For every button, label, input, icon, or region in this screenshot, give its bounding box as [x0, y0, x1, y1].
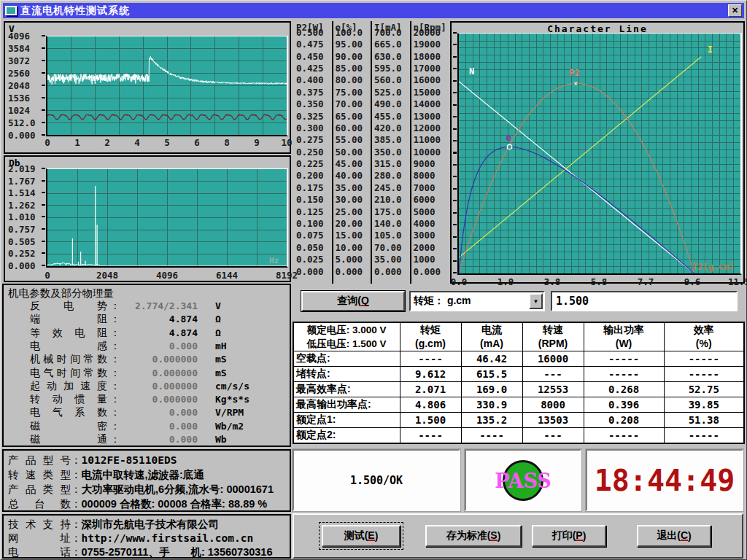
support-panel: 技术支持：深圳市先航电子技术有限公司网址：http://www.firstsai…: [2, 514, 291, 559]
y-tick-label: 4096: [8, 31, 44, 42]
column-header: 转速(RPM): [522, 322, 584, 351]
scale-column-e: e[%]100.095.0090.0085.0080.0075.0070.006…: [333, 21, 373, 284]
voltage-scope-panel: V 4096358430722560204815361024512.00.000…: [4, 21, 291, 154]
app-icon: [5, 6, 17, 15]
svg-text:e: e: [506, 133, 511, 143]
info-row: 网址：http://www.firstsail.com.cn: [8, 532, 288, 546]
param-row: 磁密：0.000Wb/m2: [4, 420, 290, 433]
chevron-down-icon[interactable]: ▼: [529, 293, 543, 309]
torque-unit-dropdown[interactable]: 转矩： g.cm ▼: [409, 291, 545, 311]
table-row: 最高效率点:2.071169.0125530.26852.75: [293, 381, 744, 397]
info-row: 转速类型：电流中取转速,滤波器:底通: [8, 468, 288, 483]
param-row: 电气时间常数：0.000000mS: [4, 367, 290, 380]
window-title: 直流电机特性测试系统: [20, 4, 130, 18]
table-corner-cell: 额定电压: 3.000 V低压电压: 1.500 V: [293, 322, 400, 351]
x-tick-label: 3.8: [544, 276, 561, 287]
param-row: 电感：0.000mH: [4, 340, 290, 353]
x-tick-label: 1.9: [498, 276, 514, 287]
param-row: 磁通：0.000Wb: [4, 433, 290, 446]
scale-column-ImA: I[mA]700.0665.0630.0595.0560.0525.0490.0…: [372, 21, 411, 284]
x-tick-label: 0: [44, 270, 50, 281]
info-row: 总台数：000009 合格数: 00008 合格率: 88.89 %: [8, 497, 288, 512]
svg-text:P2: P2: [569, 68, 579, 78]
x-tick-label: 2: [104, 137, 110, 148]
svg-text:×: ×: [573, 79, 578, 88]
table-row: 额定点1:1.500135.2135030.20851.38: [293, 412, 744, 427]
y-tick-label: 0.000: [8, 260, 44, 271]
torque-value-input[interactable]: [551, 291, 738, 311]
y-tick-label: 512.0: [8, 117, 44, 128]
params-panel-title: 机电参数及部分物理量: [8, 287, 114, 300]
x-tick-label: 6144: [216, 270, 238, 281]
x-tick-label: 0: [44, 137, 50, 148]
x-tick-label: 4096: [156, 270, 178, 281]
x-tick-label: 4: [134, 137, 140, 148]
pass-indicator-box: PASS: [465, 449, 581, 511]
y-tick-label: 1024: [8, 105, 44, 116]
column-header: 转矩(g.cm): [400, 322, 461, 351]
y-tick-label: 3072: [8, 55, 44, 66]
param-row: 电气系数：0.000V/RPM: [4, 406, 290, 419]
table-row: 额定点2:---------------------: [293, 427, 744, 443]
x-tick-label: 10: [281, 137, 292, 148]
scale-columns: P2[W]0.5000.4750.4500.4250.4000.3750.350…: [294, 21, 449, 284]
x-tick-label: 8: [224, 137, 230, 148]
torque-unit-dropdown-value: 转矩： g.cm: [411, 295, 529, 308]
param-row: 起动加速度：0.000000cm/s/s: [4, 380, 290, 393]
scale-column-nRpm: n[Rpm]2000019000180001700016000150001400…: [411, 21, 449, 284]
character-line-plot: NP2×eIT2[g.cm]: [457, 33, 742, 275]
y-tick-label: 0.757: [8, 224, 44, 235]
product-panel: 产品型号：1012FE-85110EDS转速类型：电流中取转速,滤波器:底通产品…: [2, 449, 291, 512]
table-row: 空载点:----46.4216000----------: [293, 351, 744, 367]
spectrum-plot: Hz: [46, 168, 288, 268]
x-tick-label: 6: [194, 137, 200, 148]
close-button[interactable]: ✕: [728, 4, 742, 17]
y-tick-label: 2048: [8, 80, 44, 91]
titlebar: 直流电机特性测试系统 ✕: [3, 3, 744, 18]
y-tick-label: 0.505: [8, 236, 44, 247]
voltage-scope-plot: [46, 36, 288, 136]
info-row: 电话：0755-2570111、手 机: 13560730316: [8, 545, 288, 560]
y-tick-label: 3584: [8, 43, 44, 54]
svg-text:N: N: [469, 66, 474, 77]
y-tick-label: 1536: [8, 93, 44, 104]
info-row: 产品类型：大功率驱动电机,6分频,流水号: 00001671: [8, 483, 288, 497]
x-tick-label: 5: [164, 137, 170, 148]
param-row: 转动惯量：0.000000Kg*s*s: [4, 393, 290, 406]
action-button-bar: 测试(E)存为标准(S)打印(P)退出(C): [293, 513, 743, 559]
y-tick-label: 1.514: [8, 187, 44, 198]
x-tick-label: 2048: [96, 270, 118, 281]
info-row: 技术支持：深圳市先航电子技术有限公司: [8, 518, 288, 532]
y-tick-label: 1.262: [8, 200, 44, 211]
pass-label: PASS: [495, 469, 551, 491]
x-tick-label: 5.8: [591, 276, 608, 287]
clock-text: 18:44:49: [595, 464, 735, 497]
y-tick-label: 0.252: [8, 248, 44, 259]
character-line-panel: Character Line NP2×eIT2[g.cm] 0.01.93.85…: [450, 21, 745, 284]
results-table: 额定电压: 3.000 V低压电压: 1.500 V转矩(g.cm)电流(mA)…: [293, 322, 745, 444]
x-tick-label: 0.0: [451, 276, 468, 287]
table-row: 堵转点:9.612615.5-------------: [293, 366, 744, 381]
spectrum-panel: Db 2.0191.7671.5141.2621.0100.7570.5050.…: [4, 155, 291, 282]
action-button-p[interactable]: 打印(P): [532, 525, 606, 547]
x-tick-label: 9: [254, 137, 260, 148]
x-tick-label: 9.6: [684, 276, 701, 287]
action-button-c[interactable]: 退出(C): [637, 525, 711, 547]
column-header: 效率(%): [664, 322, 744, 351]
pass-indicator: PASS: [503, 460, 543, 501]
action-button-e[interactable]: 测试(E): [322, 525, 400, 547]
svg-text:I: I: [708, 44, 713, 55]
test-result-box: 1.500/OK: [293, 449, 460, 511]
param-row: 机械时间常数：0.000000mS: [4, 353, 290, 366]
x-tick-label: 11.5: [728, 276, 747, 287]
column-header: 电流(mA): [461, 322, 522, 351]
info-row: 产品型号：1012FE-85110EDS: [8, 454, 288, 468]
clock-box: 18:44:49: [586, 449, 743, 511]
svg-text:T2[g.cm]: T2[g.cm]: [692, 262, 735, 272]
action-button-s[interactable]: 存为标准(S): [425, 525, 522, 547]
y-tick-label: 2560: [8, 68, 44, 79]
app-window: 直流电机特性测试系统 ✕ V 4096358430722560204815361…: [0, 0, 747, 560]
param-row: 端阻：4.874Ω: [4, 313, 290, 326]
param-row: 反电势：2.774/2.341V: [4, 300, 290, 313]
query-button[interactable]: 查询(Q: [301, 291, 405, 311]
